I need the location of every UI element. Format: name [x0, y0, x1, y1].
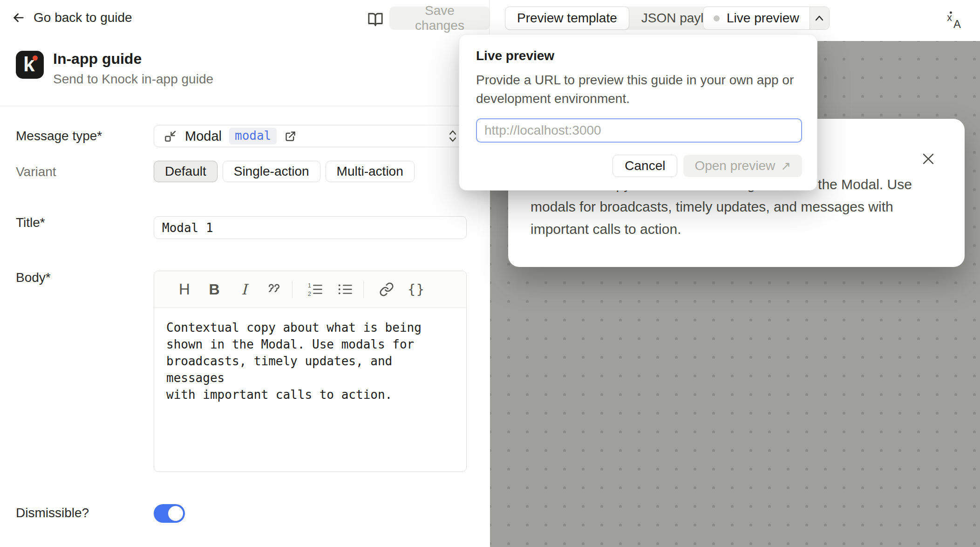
translate-button[interactable]: x A — [944, 7, 968, 32]
variant-default-button[interactable]: Default — [154, 161, 218, 182]
modal-type-icon — [163, 129, 177, 143]
live-preview-control: Live preview — [703, 7, 830, 30]
svg-text:1: 1 — [308, 282, 311, 289]
variant-single-action-button[interactable]: Single-action — [223, 161, 320, 182]
dismissible-toggle[interactable] — [154, 504, 185, 523]
status-dot — [714, 15, 720, 21]
live-preview-popover: Live preview Provide a URL to preview th… — [459, 34, 817, 191]
link-icon[interactable] — [375, 278, 398, 301]
back-link[interactable]: Go back to guide — [11, 7, 132, 28]
open-preview-label: Open preview — [694, 158, 775, 173]
variant-multi-action-button[interactable]: Multi-action — [326, 161, 415, 182]
tab-live-preview[interactable]: Live preview — [703, 7, 810, 29]
chevron-up-icon — [814, 14, 824, 22]
svg-text:A: A — [953, 18, 961, 29]
back-link-label: Go back to guide — [34, 10, 132, 25]
preview-url-input[interactable] — [476, 118, 802, 143]
select-chevrons-icon — [448, 129, 458, 143]
message-type-label: Message type* — [16, 129, 102, 144]
variant-button-group: Default Single-action Multi-action — [154, 161, 415, 182]
bold-icon[interactable]: B — [203, 278, 226, 301]
popover-description: Provide a URL to preview this guide in y… — [476, 71, 811, 108]
message-type-value: Modal — [185, 129, 222, 144]
message-type-select[interactable]: Modal modal — [154, 125, 467, 147]
editor-toolbar: H B I 12 {} — [154, 271, 466, 308]
external-link-icon[interactable] — [284, 130, 297, 143]
arrow-up-right-icon: ↗ — [781, 159, 791, 173]
knock-logo: k — [16, 51, 44, 79]
docs-button[interactable] — [365, 9, 386, 30]
heading-icon[interactable]: H — [173, 278, 196, 301]
live-preview-label: Live preview — [727, 11, 799, 26]
message-type-key-badge: modal — [229, 128, 277, 144]
open-preview-button[interactable]: Open preview ↗ — [683, 155, 802, 177]
body-editor: H B I 12 {} Contextual copy about what i… — [154, 271, 467, 472]
ordered-list-icon[interactable]: 12 — [304, 278, 327, 301]
variables-icon[interactable]: {} — [405, 278, 428, 301]
tab-preview-template[interactable]: Preview template — [505, 7, 629, 30]
dismissible-label: Dismissible? — [16, 506, 89, 520]
live-preview-collapse-button[interactable] — [810, 7, 829, 29]
page-subtitle: Send to Knock in-app guide — [53, 72, 213, 87]
close-icon[interactable] — [919, 150, 938, 168]
title-input[interactable] — [154, 216, 467, 239]
toolbar-divider — [363, 280, 364, 298]
page-title: In-app guide — [53, 50, 142, 68]
italic-icon[interactable]: I — [232, 278, 256, 301]
svg-text:2: 2 — [308, 291, 311, 297]
popover-title: Live preview — [476, 48, 800, 63]
svg-text:x: x — [947, 12, 952, 23]
body-text-area[interactable]: Contextual copy about what is being show… — [154, 308, 466, 414]
variant-label: Variant — [16, 164, 56, 179]
editor-panel: Go back to guide Save changes k In-app g… — [0, 0, 490, 547]
translate-icon: x A — [946, 10, 965, 29]
quote-icon[interactable] — [262, 278, 286, 301]
cancel-button[interactable]: Cancel — [612, 155, 677, 177]
logo-red-dot — [33, 55, 38, 61]
title-label: Title* — [16, 215, 45, 230]
toolbar-divider — [292, 280, 293, 298]
body-label: Body* — [16, 270, 51, 285]
back-arrow-icon — [11, 10, 26, 25]
toggle-knob — [168, 506, 183, 521]
bullet-list-icon[interactable] — [333, 278, 357, 301]
book-open-icon — [368, 12, 383, 27]
save-changes-button[interactable]: Save changes — [389, 7, 490, 30]
header-divider — [0, 106, 490, 106]
popover-actions: Cancel Open preview ↗ — [476, 155, 802, 177]
